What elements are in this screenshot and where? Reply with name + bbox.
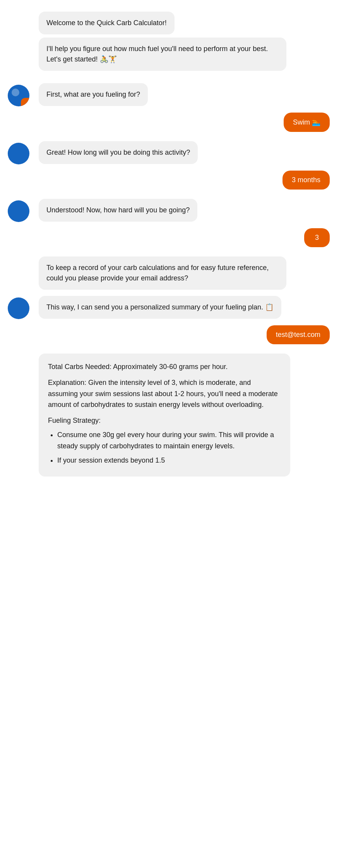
bot-message-1: Welcome to the Quick Carb Calculator! (8, 12, 331, 34)
user-text-4: test@test.com (276, 331, 320, 338)
bot-message-7: Understood! Now, how hard will you be go… (8, 199, 331, 222)
bot-avatar-1 (8, 85, 29, 106)
strategy-header: Fueling Strategy: (48, 415, 281, 426)
total-carbs-text: Total Carbs Needed: Approximately 30-60 … (48, 361, 281, 372)
user-text-3: 3 (315, 234, 319, 241)
strategy-list: Consume one 30g gel every hour during yo… (48, 429, 281, 466)
bot-message-5: Great! How long will you be doing this a… (8, 141, 331, 164)
bot-text-3: First, what are you fueling for? (46, 91, 140, 98)
user-bubble-3: 3 (304, 228, 330, 247)
user-message-4: test@test.com (8, 325, 331, 344)
bot-bubble-3: First, what are you fueling for? (39, 83, 148, 106)
bot-text-7: Understood! Now, how hard will you be go… (46, 206, 190, 214)
bot-bubble-10: This way, I can send you a personalized … (39, 296, 281, 319)
user-message-3: 3 (8, 228, 331, 247)
bot-message-10: This way, I can send you a personalized … (8, 296, 331, 319)
chat-container: Welcome to the Quick Carb Calculator! I'… (0, 8, 339, 480)
user-bubble-2: 3 months (282, 171, 330, 190)
bot-message-3: First, what are you fueling for? (8, 83, 331, 106)
bot-bubble-5: Great! How long will you be doing this a… (39, 141, 198, 164)
user-bubble-4: test@test.com (267, 325, 330, 344)
bot-message-2: I'll help you figure out how much fuel y… (8, 38, 331, 71)
bot-bubble-9: To keep a record of your carb calculatio… (39, 256, 286, 290)
strategy-item-1: Consume one 30g gel every hour during yo… (57, 429, 281, 452)
bot-message-12: Total Carbs Needed: Approximately 30-60 … (8, 354, 331, 477)
bot-avatar-3 (8, 200, 29, 222)
user-text-2: 3 months (292, 176, 320, 184)
bot-text-2: I'll help you figure out how much fuel y… (46, 45, 268, 63)
bot-bubble-1: Welcome to the Quick Carb Calculator! (39, 12, 175, 34)
bot-bubble-7: Understood! Now, how hard will you be go… (39, 199, 197, 222)
user-bubble-1: Swim 🏊 (284, 113, 330, 132)
bot-text-5: Great! How long will you be doing this a… (46, 149, 190, 156)
bot-avatar-4 (8, 297, 29, 319)
user-message-2: 3 months (8, 171, 331, 190)
bot-message-9: To keep a record of your carb calculatio… (8, 256, 331, 290)
bot-avatar-2 (8, 143, 29, 164)
user-text-1: Swim 🏊 (293, 118, 320, 126)
bot-bubble-2: I'll help you figure out how much fuel y… (39, 38, 286, 71)
bot-text-1: Welcome to the Quick Carb Calculator! (46, 19, 167, 27)
bot-text-9: To keep a record of your carb calculatio… (46, 264, 269, 282)
bot-response-bubble: Total Carbs Needed: Approximately 30-60 … (39, 354, 290, 477)
user-message-1: Swim 🏊 (8, 113, 331, 132)
strategy-item-2: If your session extends beyond 1.5 (57, 455, 281, 466)
bot-text-10: This way, I can send you a personalized … (46, 303, 274, 311)
explanation-text: Explanation: Given the intensity level o… (48, 377, 281, 410)
